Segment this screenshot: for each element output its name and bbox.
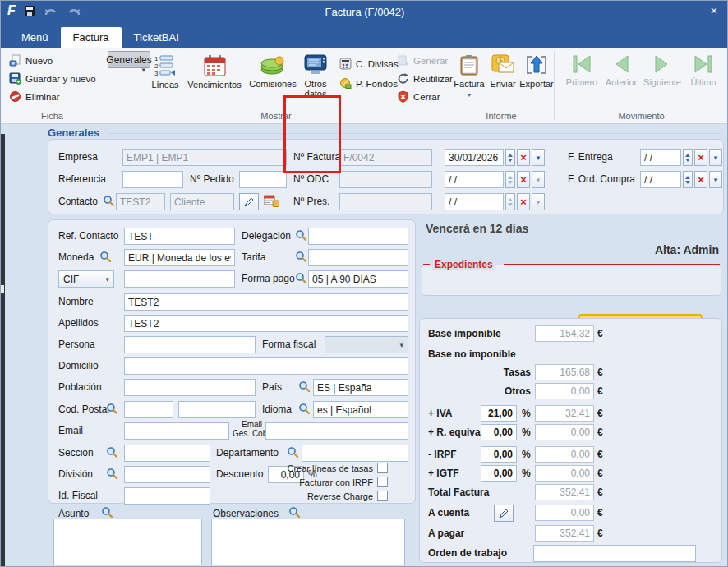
cod-postal-input[interactable]	[124, 401, 173, 418]
irpf-pct-input[interactable]	[481, 446, 517, 463]
first-icon	[572, 54, 592, 74]
search-icon[interactable]	[99, 251, 111, 262]
cif-select[interactable]: CIF	[58, 270, 114, 288]
f-ord-compra-dropdown-icon[interactable]	[709, 171, 722, 188]
reverse-charge-checkbox[interactable]	[377, 491, 388, 501]
poblacion-label: Población	[58, 381, 102, 393]
referencia-input[interactable]	[122, 171, 183, 188]
informe-factura-button[interactable]: Factura ▾	[452, 51, 486, 112]
search-icon[interactable]	[101, 506, 113, 518]
n-pedido-input[interactable]	[239, 171, 287, 188]
email-ges-cob-input[interactable]	[265, 422, 408, 440]
new-button[interactable]: Nuevo	[9, 54, 53, 67]
search-icon[interactable]	[106, 446, 117, 458]
lineas-button[interactable]: 123 Líneas	[150, 51, 180, 112]
tab-factura[interactable]: Factura	[61, 27, 122, 48]
nombre-label: Nombre	[58, 296, 94, 307]
search-icon[interactable]	[298, 380, 310, 392]
r-equival-pct-input[interactable]	[481, 424, 517, 440]
domicilio-input[interactable]	[124, 357, 408, 375]
exportar-button[interactable]: Exportar	[519, 51, 554, 112]
orden-trabajo-input[interactable]	[533, 545, 696, 562]
factura-dropdown-caret-icon[interactable]: ▾	[468, 90, 471, 100]
vencimientos-button[interactable]: Vencimientos	[180, 51, 249, 112]
fecha-2-dropdown-icon	[532, 171, 545, 188]
nombre-input[interactable]	[124, 293, 408, 311]
minimize-button[interactable]: –	[678, 3, 698, 17]
generar-icon	[397, 54, 409, 67]
fecha-spinner[interactable]	[505, 149, 515, 166]
email-input[interactable]	[124, 422, 229, 440]
search-icon[interactable]	[288, 506, 300, 518]
fecha-2-input[interactable]	[445, 171, 504, 188]
iva-pct-input[interactable]	[481, 405, 517, 422]
f-ord-compra-spinner[interactable]	[683, 171, 693, 188]
asunto-textarea[interactable]	[53, 519, 202, 565]
f-ord-compra-clear-icon[interactable]	[694, 171, 707, 188]
f-ord-compra-input[interactable]	[640, 171, 681, 188]
header-fieldgroup: Empresa Nº Factura F. Entrega Referencia…	[48, 139, 724, 214]
search-icon[interactable]	[103, 195, 114, 206]
pencil-icon	[243, 196, 255, 208]
f-entrega-dropdown-icon[interactable]	[709, 149, 722, 166]
facturar-con-irpf-checkbox[interactable]	[377, 477, 388, 487]
save-icon	[9, 72, 21, 85]
id-fiscal-input[interactable]	[124, 487, 210, 505]
irpf-label: - IRPF	[428, 449, 457, 460]
fecha-calendar-dropdown-icon[interactable]	[532, 149, 545, 166]
tasas-input	[535, 364, 594, 380]
cif-input[interactable]	[124, 270, 235, 288]
reutilizar-button[interactable]: Reutilizar	[397, 72, 453, 85]
enviar-button[interactable]: Enviar	[486, 51, 519, 112]
fecha-2-spinner	[505, 171, 515, 188]
delete-button[interactable]: Eliminar	[9, 90, 60, 103]
crear-lineas-tasas-checkbox[interactable]	[377, 463, 388, 473]
tab-ticketbai[interactable]: TicketBAI	[122, 27, 191, 48]
search-icon[interactable]	[298, 403, 310, 414]
seccion-input[interactable]	[124, 445, 210, 462]
edit-contact-button[interactable]	[239, 193, 259, 210]
moneda-input[interactable]	[124, 249, 235, 266]
contact-card-icon[interactable]	[264, 195, 279, 207]
ref-contacto-input[interactable]	[124, 228, 235, 245]
save-and-new-button[interactable]: Guardar y nuevo	[9, 72, 96, 85]
fecha-2-clear-icon[interactable]	[517, 171, 530, 188]
p-fondos-button[interactable]: P. Fondos	[339, 77, 398, 90]
search-icon[interactable]	[106, 468, 117, 479]
apellidos-input[interactable]	[124, 315, 408, 332]
search-icon[interactable]	[295, 229, 306, 241]
f-entrega-spinner[interactable]	[683, 149, 693, 166]
cod-postal-input-2[interactable]	[178, 401, 256, 418]
f-entrega-input[interactable]	[640, 149, 681, 166]
tab-menu[interactable]: Menú	[9, 27, 61, 48]
cod-postal-label: Cod. Postal	[58, 403, 109, 415]
search-icon[interactable]	[295, 272, 306, 284]
close-button[interactable]: ×	[704, 3, 724, 17]
edit-a-cuenta-button[interactable]	[494, 505, 514, 522]
f-entrega-clear-icon[interactable]	[694, 149, 707, 166]
tarifa-input[interactable]	[308, 249, 408, 266]
departamento-input[interactable]	[302, 445, 408, 462]
fecha-3-clear-icon[interactable]	[517, 193, 530, 210]
fecha-clear-icon[interactable]	[517, 149, 530, 166]
poblacion-input[interactable]	[124, 379, 256, 396]
generales-button[interactable]: Generales	[108, 51, 150, 68]
persona-input[interactable]	[124, 336, 256, 353]
idioma-input[interactable]	[313, 401, 408, 418]
c-divisas-button[interactable]: C. Divisas	[339, 58, 399, 70]
group-label-informe: Informe	[449, 111, 554, 121]
pais-input[interactable]	[313, 379, 408, 396]
delegacion-input[interactable]	[308, 228, 408, 245]
fecha-3-input[interactable]	[445, 193, 504, 210]
f-ord-compra-label: F. Ord. Compra	[568, 173, 635, 185]
ribbon: Nuevo Guardar y nuevo Eliminar Ficha Gen…	[1, 48, 728, 124]
forma-pago-label: Forma pago	[242, 273, 295, 284]
search-icon[interactable]	[106, 403, 117, 414]
observaciones-textarea[interactable]	[211, 519, 405, 565]
search-icon[interactable]	[295, 251, 306, 262]
igtf-pct-input[interactable]	[481, 465, 517, 482]
search-icon[interactable]	[287, 446, 298, 458]
fecha-factura-input[interactable]	[445, 149, 504, 166]
cerrar-button[interactable]: Cerrar	[397, 90, 440, 103]
forma-pago-input[interactable]	[308, 270, 408, 288]
